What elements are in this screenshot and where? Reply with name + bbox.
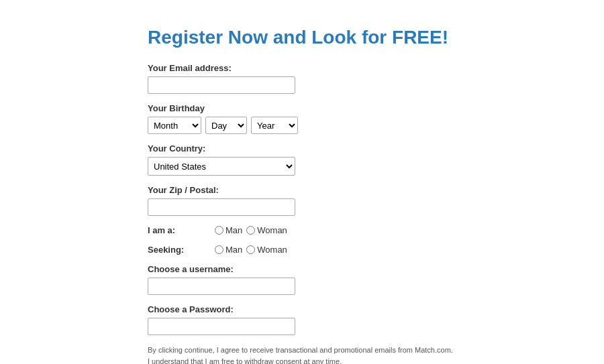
disclaimer-row: By clicking continue, I agree to receive… [148, 345, 456, 364]
seeking-label: Seeking: [148, 245, 215, 255]
username-input[interactable] [148, 278, 295, 295]
iam-woman-radio[interactable] [246, 226, 255, 235]
birthday-month-select[interactable]: Month January February March April May J… [148, 117, 201, 134]
zip-label: Your Zip / Postal: [148, 185, 456, 195]
birthday-day-select[interactable]: Day 1234 5678 9101112 13141516 17181920 … [205, 117, 247, 134]
password-label: Choose a Password: [148, 304, 456, 314]
registration-form: Register Now and Look for FREE! Your Ema… [141, 13, 463, 364]
seeking-radio-group: Man Woman [215, 245, 287, 255]
iam-woman-label: Woman [257, 225, 287, 235]
iam-man-label: Man [225, 225, 242, 235]
password-input[interactable] [148, 318, 295, 335]
iam-radio-group: Man Woman [215, 225, 287, 235]
seeking-row: Seeking: Man Woman [148, 245, 456, 255]
country-select[interactable]: United States Canada United Kingdom Aust… [148, 157, 295, 176]
birthday-row: Your Birthday Month January February Mar… [148, 103, 456, 134]
username-row: Choose a username: [148, 264, 456, 295]
iam-row: I am a: Man Woman [148, 225, 456, 235]
password-row: Choose a Password: [148, 304, 456, 335]
page-title: Register Now and Look for FREE! [148, 27, 456, 48]
disclaimer-text: By clicking continue, I agree to receive… [148, 345, 456, 364]
seeking-woman-radio[interactable] [246, 245, 255, 254]
iam-man-radio[interactable] [215, 226, 223, 235]
email-input[interactable] [148, 76, 295, 94]
seeking-man-label: Man [225, 245, 242, 255]
iam-woman-option[interactable]: Woman [246, 225, 287, 235]
iam-label: I am a: [148, 225, 215, 235]
country-label: Your Country: [148, 143, 456, 154]
email-label: Your Email address: [148, 63, 456, 73]
email-row: Your Email address: [148, 63, 456, 94]
birthday-year-select[interactable]: Year 2005200420032002 2001200019991998 1… [251, 117, 298, 134]
seeking-woman-label: Woman [257, 245, 287, 255]
zip-row: Your Zip / Postal: [148, 185, 456, 216]
username-label: Choose a username: [148, 264, 456, 274]
birthday-label: Your Birthday [148, 103, 456, 113]
seeking-man-option[interactable]: Man [215, 245, 242, 255]
seeking-man-radio[interactable] [215, 245, 223, 254]
seeking-woman-option[interactable]: Woman [246, 245, 287, 255]
zip-input[interactable] [148, 198, 295, 216]
country-row: Your Country: United States Canada Unite… [148, 143, 456, 176]
iam-man-option[interactable]: Man [215, 225, 242, 235]
